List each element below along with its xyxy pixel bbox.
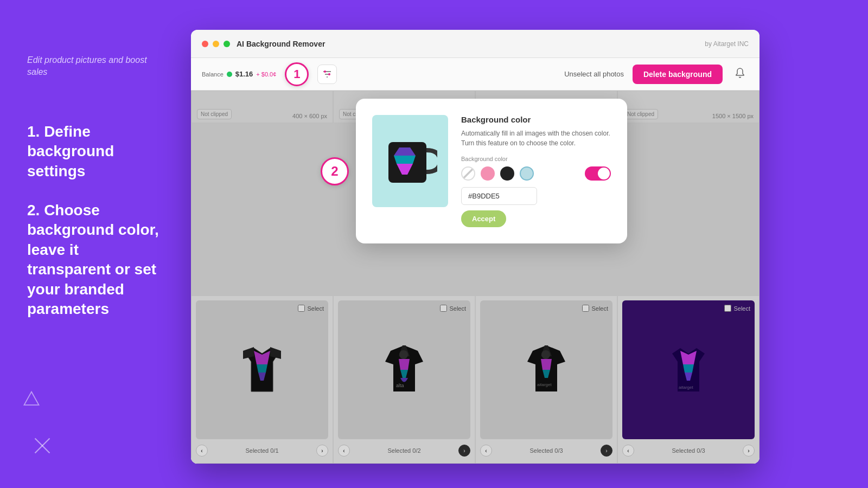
maximize-dot[interactable]	[224, 41, 230, 47]
step2-badge: 2	[321, 157, 349, 185]
black-swatch[interactable]	[500, 166, 514, 181]
toolbar: Balance $1.16 + $0.0¢ 1 Unselect all pho…	[191, 58, 760, 91]
cross-icon	[33, 436, 52, 455]
bg-color-toggle[interactable]	[585, 166, 611, 181]
close-dot[interactable]	[202, 41, 208, 47]
hex-color-input[interactable]	[461, 187, 537, 205]
filter-button[interactable]	[317, 65, 337, 84]
color-swatches-row	[461, 166, 611, 181]
balance-indicator	[227, 72, 232, 77]
step-badge: 1	[285, 62, 309, 86]
app-window: AI Background Remover by Aitarget INC Ba…	[191, 30, 760, 464]
modal-inner: Background color Automatically fill in a…	[372, 115, 611, 227]
app-title: AI Background Remover	[237, 40, 325, 48]
notification-button[interactable]	[731, 66, 749, 83]
content-area: Not clipped 400 × 600 px Not clipped 150…	[191, 91, 760, 464]
bell-icon	[735, 67, 745, 78]
modal-description: Automatically fill in all images with th…	[461, 129, 611, 148]
balance-amount: $1.16	[235, 70, 253, 78]
delete-background-button[interactable]: Delete background	[633, 65, 723, 84]
minimize-dot[interactable]	[213, 41, 219, 47]
pink-swatch[interactable]	[481, 166, 495, 181]
lightblue-swatch[interactable]	[520, 166, 534, 181]
balance-change: + $0.0¢	[256, 71, 276, 78]
title-bar: AI Background Remover by Aitarget INC	[191, 30, 760, 58]
transparent-swatch[interactable]	[461, 166, 475, 181]
unselect-all-button[interactable]: Unselect all photos	[564, 70, 624, 78]
filter-icon	[322, 70, 332, 78]
sidebar-step-2: 2. Choose background color, leave it tra…	[27, 201, 160, 319]
svg-marker-33	[394, 156, 416, 164]
sidebar-decorative-icons	[22, 389, 52, 455]
background-settings-modal: Close × 2	[356, 99, 627, 243]
modal-product-image	[372, 115, 448, 207]
sidebar: Edit product pictures and boost sales 1.…	[0, 0, 187, 488]
balance-label: Balance	[202, 71, 224, 78]
sidebar-step-1: 1. Define background settings	[27, 122, 160, 181]
toggle-knob	[598, 168, 610, 179]
svg-point-7	[328, 73, 330, 75]
modal-overlay: Close × 2	[191, 91, 760, 464]
accept-button[interactable]: Accept	[461, 210, 506, 227]
mug-svg	[383, 131, 437, 191]
triangle-icon	[22, 389, 41, 409]
svg-marker-0	[24, 392, 39, 405]
sidebar-tagline: Edit product pictures and boost sales	[27, 54, 160, 79]
balance-area: Balance $1.16 + $0.0¢	[202, 70, 276, 78]
window-controls	[202, 41, 230, 47]
by-label: by Aitarget INC	[705, 40, 749, 48]
svg-point-6	[324, 70, 326, 73]
modal-title: Background color	[461, 115, 611, 124]
bg-color-label: Background color	[461, 156, 611, 162]
modal-controls: Background color Automatically fill in a…	[461, 115, 611, 227]
